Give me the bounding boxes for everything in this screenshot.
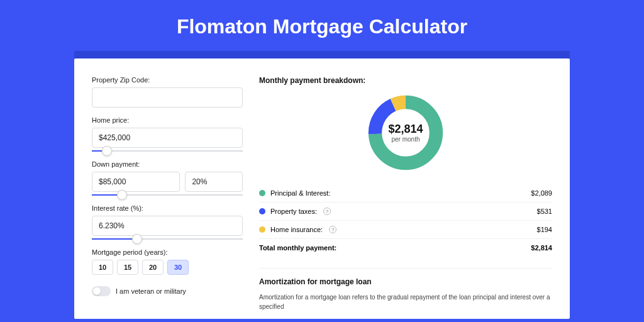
slider-thumb[interactable] [132,234,142,244]
calculator-card: Property Zip Code: Home price: Down paym… [74,58,570,319]
info-icon[interactable]: ? [323,208,331,215]
home-price-slider[interactable] [92,150,243,152]
interest-rate-slider[interactable] [92,238,243,240]
period-10[interactable]: 10 [92,260,113,275]
down-payment-pct-input[interactable] [185,172,243,192]
veteran-label: I am veteran or military [116,287,186,295]
veteran-toggle[interactable] [92,286,111,296]
zip-input[interactable] [92,87,243,108]
down-payment-slider[interactable] [92,194,243,196]
donut-wrap: $2,814 per month [259,92,552,173]
slider-fill [92,238,137,240]
down-payment-input[interactable] [92,172,180,192]
dot-icon [259,208,265,214]
dot-icon [259,226,265,233]
home-price-input[interactable] [92,128,243,148]
legend: Principal & Interest: $2,089 Property ta… [259,184,552,257]
total-value: $2,814 [531,244,552,252]
legend-row-taxes: Property taxes: ? $531 [259,203,552,221]
form-column: Property Zip Code: Home price: Down paym… [92,76,243,311]
donut-amount: $2,814 [388,123,423,136]
field-zip: Property Zip Code: [92,76,243,108]
period-15[interactable]: 15 [117,260,138,275]
interest-rate-label: Interest rate (%): [92,204,243,212]
legend-row-total: Total monthly payment: $2,814 [259,239,552,257]
down-payment-label: Down payment: [92,160,243,168]
legend-label: Property taxes: [270,208,317,215]
period-options: 10 15 20 30 [92,260,243,275]
field-down-payment: Down payment: [92,160,243,196]
dot-icon [259,190,265,196]
period-30[interactable]: 30 [167,260,189,275]
period-20[interactable]: 20 [142,260,164,275]
breakdown-title: Monthly payment breakdown: [259,76,552,85]
legend-row-insurance: Home insurance: ? $194 [259,221,552,239]
period-label: Mortgage period (years): [92,248,243,256]
donut-center: $2,814 per month [388,123,423,143]
amortization-section: Amortization for mortgage loan Amortizat… [259,268,552,311]
field-period: Mortgage period (years): 10 15 20 30 [92,248,243,275]
total-label: Total monthly payment: [259,244,336,252]
legend-value: $531 [537,208,552,215]
donut-sub: per month [388,136,423,143]
veteran-row: I am veteran or military [92,286,243,296]
legend-value: $2,089 [531,189,552,197]
legend-label: Principal & Interest: [270,189,330,197]
home-price-label: Home price: [92,116,243,124]
slider-thumb[interactable] [102,146,112,156]
field-interest-rate: Interest rate (%): [92,204,243,240]
legend-label: Home insurance: [270,226,323,233]
amortization-title: Amortization for mortgage loan [259,277,552,286]
slider-thumb[interactable] [117,190,127,200]
amortization-text: Amortization for a mortgage loan refers … [259,292,552,311]
donut-chart: $2,814 per month [365,92,446,173]
interest-rate-input[interactable] [92,216,243,236]
zip-label: Property Zip Code: [92,76,243,84]
legend-value: $194 [537,226,552,233]
breakdown-column: Monthly payment breakdown: $2,814 per mo… [259,76,552,311]
toggle-knob [93,287,101,295]
info-icon[interactable]: ? [329,226,336,233]
field-home-price: Home price: [92,116,243,152]
page-title: Flomaton Mortgage Calculator [0,0,644,51]
legend-row-principal: Principal & Interest: $2,089 [259,184,552,203]
